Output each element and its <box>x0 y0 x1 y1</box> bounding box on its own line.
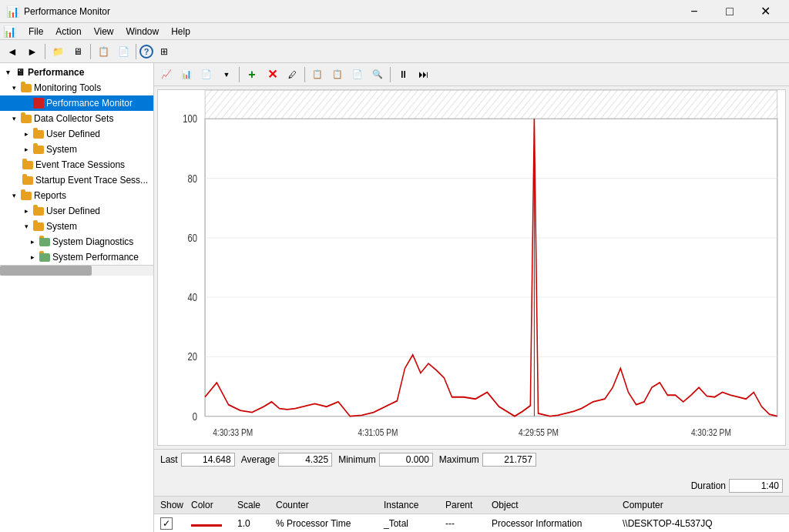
sidebar-item-reports[interactable]: ▾ Reports <box>0 188 153 203</box>
ud-arrow[interactable]: ▸ <box>22 129 31 139</box>
dcs-arrow[interactable]: ▾ <box>9 114 18 123</box>
sidebar-item-system-performance[interactable]: ▸ System Performance <box>0 249 153 265</box>
row-counter: % Processor Time <box>273 517 381 530</box>
up-button[interactable]: 📁 <box>49 42 67 61</box>
rsys-label: System <box>46 221 77 232</box>
highlight-button[interactable]: 🖊 <box>283 65 301 84</box>
view-dropdown-button[interactable]: ▼ <box>217 65 236 84</box>
monitoring-tools-arrow[interactable]: ▾ <box>9 83 18 92</box>
next-button[interactable]: ⏭ <box>414 65 432 84</box>
menu-file[interactable]: File <box>22 25 49 38</box>
rep-arrow[interactable]: ▾ <box>9 191 18 200</box>
sp-label: System Performance <box>52 252 139 263</box>
set-icon <box>22 174 34 186</box>
close-button[interactable]: ✕ <box>747 0 783 23</box>
sidebar-item-system-diagnostics[interactable]: ▸ System Diagnostics <box>0 234 153 249</box>
minimum-value: 0.000 <box>379 453 433 467</box>
rud-arrow[interactable]: ▸ <box>22 206 31 216</box>
menu-help[interactable]: Help <box>165 25 196 38</box>
header-counter: Counter <box>273 498 381 512</box>
last-label: Last <box>160 454 178 465</box>
sidebar: ▾ 🖥 Performance ▾ Monitoring Tools ▸ Per… <box>0 63 154 532</box>
sp-arrow[interactable]: ▸ <box>28 253 37 262</box>
ud-icon <box>32 128 45 140</box>
svg-rect-2 <box>205 119 777 416</box>
svg-text:4:29:55 PM: 4:29:55 PM <box>519 427 559 437</box>
ct-sep2 <box>304 67 305 82</box>
rud-icon <box>32 205 45 217</box>
sidebar-item-event-trace[interactable]: Event Trace Sessions <box>0 157 153 172</box>
counter-table: Show Color Scale Counter Instance Parent… <box>154 496 789 532</box>
sidebar-item-reports-system[interactable]: ▾ System <box>0 219 153 234</box>
sidebar-item-user-defined[interactable]: ▸ User Defined <box>0 126 153 142</box>
sidebar-item-performance-monitor[interactable]: ▸ Performance Monitor <box>0 95 153 111</box>
row-object: Processor Information <box>489 517 619 530</box>
sys-dcs-arrow[interactable]: ▸ <box>22 145 31 154</box>
forward-button[interactable]: ► <box>23 42 42 61</box>
root-arrow[interactable]: ▾ <box>3 68 12 77</box>
extra-button[interactable]: ⊞ <box>155 42 173 61</box>
sidebar-item-monitoring-tools[interactable]: ▾ Monitoring Tools <box>0 80 153 95</box>
ct-sep3 <box>390 67 391 82</box>
svg-text:0: 0 <box>193 411 197 423</box>
chart-area: 100 80 60 40 20 0 4:30:33 PM 4:31:05 PM … <box>157 89 786 446</box>
view-graph-button[interactable]: 📈 <box>157 65 176 84</box>
table-row[interactable]: ✓ 1.0 % Processor Time _Total --- Proces… <box>154 514 789 532</box>
app-icon: 📊 <box>6 5 19 18</box>
header-object: Object <box>489 498 619 512</box>
svg-text:80: 80 <box>187 173 196 185</box>
svg-text:60: 60 <box>187 233 196 244</box>
svg-text:4:31:05 PM: 4:31:05 PM <box>358 427 398 437</box>
rsys-icon <box>32 220 45 233</box>
monitoring-tools-icon <box>20 82 32 94</box>
maximize-button[interactable]: □ <box>712 0 747 23</box>
last-value: 14.648 <box>181 453 235 467</box>
row-parent: --- <box>442 517 489 530</box>
sd-arrow[interactable]: ▸ <box>28 237 37 246</box>
average-label: Average <box>241 454 275 465</box>
show-checkbox[interactable]: ✓ <box>160 517 173 530</box>
sys-dcs-icon <box>32 143 45 156</box>
sd-label: System Diagnostics <box>52 236 133 247</box>
paste-props-button[interactable]: 📋 <box>328 65 347 84</box>
copy-props-button[interactable]: 📋 <box>308 65 327 84</box>
stat-last: Last 14.648 <box>160 453 235 467</box>
sidebar-item-reports-user-defined[interactable]: ▸ User Defined <box>0 203 153 219</box>
rep-label: Reports <box>34 190 66 201</box>
view-report-button[interactable]: 📄 <box>197 65 216 84</box>
title-bar: 📊 Performance Monitor − □ ✕ <box>0 0 789 23</box>
header-computer: Computer <box>619 498 786 512</box>
collapse-button[interactable]: 📋 <box>94 42 112 61</box>
row-computer: \\DESKTOP-4L537JQ <box>619 517 786 530</box>
view-histogram-button[interactable]: 📊 <box>177 65 196 84</box>
freeze-button[interactable]: ⏸ <box>394 65 412 84</box>
properties-button[interactable]: 📄 <box>114 42 133 61</box>
svg-text:100: 100 <box>183 113 197 125</box>
stat-maximum: Maximum 21.757 <box>439 453 536 467</box>
show-desktop-button[interactable]: 🖥 <box>69 42 87 61</box>
svg-text:20: 20 <box>187 351 196 363</box>
sidebar-item-system-dcs[interactable]: ▸ System <box>0 142 153 157</box>
help-button[interactable]: ? <box>139 45 153 59</box>
delete-counter-button[interactable]: ✕ <box>263 65 281 84</box>
add-counter-button[interactable]: + <box>243 65 261 84</box>
sidebar-root[interactable]: ▾ 🖥 Performance <box>0 65 153 80</box>
minimize-button[interactable]: − <box>677 0 712 23</box>
rsys-arrow[interactable]: ▾ <box>22 222 31 231</box>
back-button[interactable]: ◄ <box>3 42 22 61</box>
menu-view[interactable]: View <box>88 25 120 38</box>
sidebar-item-data-collector-sets[interactable]: ▾ Data Collector Sets <box>0 111 153 126</box>
menu-window[interactable]: Window <box>120 25 166 38</box>
stat-average: Average 4.325 <box>241 453 332 467</box>
sidebar-scrollbar[interactable] <box>0 265 153 276</box>
menu-action[interactable]: Action <box>49 25 87 38</box>
sd-icon <box>39 236 51 248</box>
maximum-label: Maximum <box>439 454 479 465</box>
stat-duration: Duration 1:40 <box>691 479 783 493</box>
toolbar-separator-3 <box>136 44 136 59</box>
dcs-icon <box>20 112 32 125</box>
window-controls: − □ ✕ <box>677 0 783 23</box>
chart-properties-button[interactable]: 📄 <box>348 65 367 84</box>
sidebar-item-startup-event-trace[interactable]: Startup Event Trace Sess... <box>0 172 153 188</box>
zoom-button[interactable]: 🔍 <box>368 65 387 84</box>
